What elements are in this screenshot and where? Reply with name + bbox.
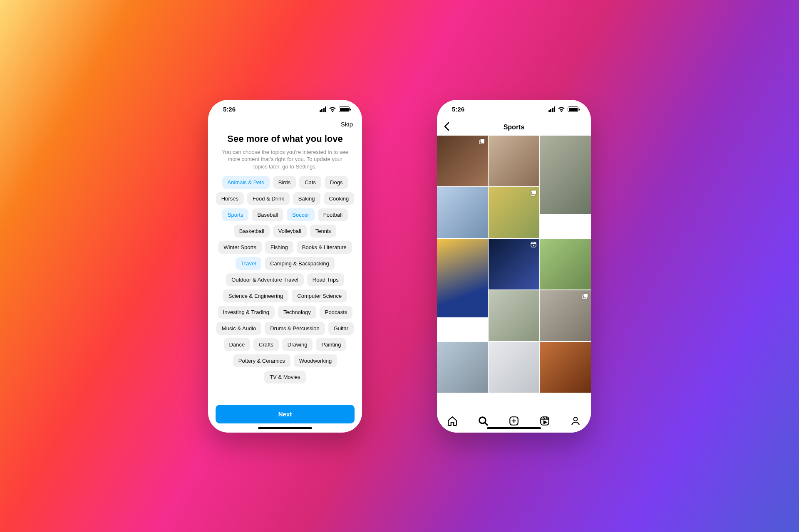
tab-home[interactable] xyxy=(447,416,458,426)
tab-reels[interactable] xyxy=(539,416,550,426)
status-indicators xyxy=(548,106,579,112)
skip-button[interactable]: Skip xyxy=(341,121,353,128)
explore-grid xyxy=(437,136,591,393)
topic-chip[interactable]: Fishing xyxy=(265,241,293,254)
tab-search[interactable] xyxy=(478,416,489,426)
explore-tile-stretch-building[interactable] xyxy=(540,136,591,214)
feed-header: Sports xyxy=(437,119,591,136)
explore-tile-skateboard-brick[interactable] xyxy=(489,136,539,186)
status-indicators xyxy=(320,106,350,112)
signal-icon xyxy=(320,106,327,112)
page-subtitle: You can choose the topics you're interes… xyxy=(221,148,350,171)
explore-tile-skate-legs[interactable] xyxy=(489,342,539,393)
explore-tile-soccer-juggle[interactable] xyxy=(437,239,488,317)
topic-chip[interactable]: Volleyball xyxy=(273,225,307,238)
explore-tile-street-skate[interactable] xyxy=(437,187,488,238)
topic-chip[interactable]: Baseball xyxy=(252,208,283,221)
battery-icon xyxy=(339,106,350,112)
explore-tile-basketball-hand[interactable] xyxy=(540,342,591,393)
wifi-icon xyxy=(558,106,565,112)
carousel-icon xyxy=(530,190,537,198)
svg-rect-2 xyxy=(532,191,536,194)
topic-chip[interactable]: Pottery & Ceramics xyxy=(233,354,290,367)
tab-profile[interactable] xyxy=(570,416,581,426)
explore-tile-trophy-blue[interactable] xyxy=(489,239,539,290)
topic-chips: Animals & PetsBirdsCatsDogsHorsesFood & … xyxy=(216,176,355,384)
explore-tile-portrait-denim[interactable] xyxy=(437,136,488,186)
tab-create[interactable] xyxy=(509,416,519,426)
topic-chip[interactable]: Soccer xyxy=(287,208,314,221)
feed-title: Sports xyxy=(504,124,525,131)
phone-topic-picker: 5:26 Skip See more of what you love You … xyxy=(208,100,362,433)
topic-chip[interactable]: Dogs xyxy=(325,176,348,189)
carousel-icon xyxy=(479,138,485,146)
topic-chip[interactable]: Outdoor & Adventure Travel xyxy=(226,273,303,286)
topic-chip[interactable]: Dance xyxy=(224,338,251,351)
topic-chip[interactable]: Sports xyxy=(222,208,249,221)
status-bar: 5:26 xyxy=(208,100,362,119)
next-button[interactable]: Next xyxy=(216,405,355,423)
topic-chip[interactable]: Music & Audio xyxy=(216,322,261,335)
topic-chip[interactable]: Horses xyxy=(216,192,244,205)
back-button[interactable] xyxy=(444,122,449,133)
topic-chip[interactable]: Technology xyxy=(278,306,316,319)
topic-chip[interactable]: Baking xyxy=(293,192,320,205)
topic-chip[interactable]: Cats xyxy=(299,176,321,189)
topic-chip[interactable]: Camping & Backpacking xyxy=(265,257,335,270)
topic-chip[interactable]: Animals & Pets xyxy=(222,176,270,189)
chevron-left-icon xyxy=(444,122,449,131)
topic-chip[interactable]: Travel xyxy=(236,257,261,270)
topic-chip[interactable]: Drawing xyxy=(282,338,313,351)
topic-chip[interactable]: Woodworking xyxy=(294,354,337,367)
topic-chip[interactable]: Drums & Percussion xyxy=(265,322,325,335)
topic-chip[interactable]: Books & Literature xyxy=(297,241,352,254)
topic-chip[interactable]: Investing & Trading xyxy=(218,306,275,319)
signal-icon xyxy=(548,106,556,112)
page-title: See more of what you love xyxy=(216,134,355,144)
explore-tile-grass-yellow[interactable] xyxy=(489,187,539,238)
topic-chip[interactable]: Food & Drink xyxy=(247,192,290,205)
topic-chip[interactable]: TV & Movies xyxy=(264,371,306,384)
battery-icon xyxy=(568,106,578,112)
status-time: 5:26 xyxy=(452,106,464,113)
explore-tile-drive-basketball[interactable] xyxy=(489,290,539,341)
home-indicator xyxy=(487,427,541,429)
carousel-icon xyxy=(582,293,588,301)
topic-chip[interactable]: Painting xyxy=(316,338,346,351)
status-bar: 5:26 xyxy=(437,100,591,119)
topic-chip[interactable]: Podcasts xyxy=(320,306,352,319)
home-indicator xyxy=(258,427,312,429)
topic-chip[interactable]: Crafts xyxy=(253,338,279,351)
topic-chip[interactable]: Computer Science xyxy=(292,290,347,302)
topic-chip[interactable]: Birds xyxy=(273,176,296,189)
svg-point-10 xyxy=(574,417,578,421)
reel-icon xyxy=(530,241,537,250)
status-time: 5:26 xyxy=(223,106,236,113)
wifi-icon xyxy=(329,106,336,112)
svg-rect-4 xyxy=(531,242,536,247)
topic-chip[interactable]: Science & Engineering xyxy=(223,290,289,302)
topic-chip[interactable]: Basketball xyxy=(234,225,270,238)
phone-sports-feed: 5:26 Sports xyxy=(437,100,591,433)
topic-chip[interactable]: Guitar xyxy=(328,322,354,335)
topic-chip[interactable]: Cooking xyxy=(324,192,355,205)
topic-chip[interactable]: Football xyxy=(318,208,348,221)
explore-tile-bike-blue[interactable] xyxy=(437,342,488,393)
svg-rect-5 xyxy=(584,294,588,297)
explore-tile-park-green[interactable] xyxy=(540,239,591,290)
topic-chip[interactable]: Tennis xyxy=(310,225,337,238)
topic-chip[interactable]: Road Trips xyxy=(307,273,344,286)
topic-chip[interactable]: Winter Sports xyxy=(218,241,262,254)
explore-tile-leap-trees[interactable] xyxy=(540,290,591,341)
svg-rect-0 xyxy=(481,139,484,143)
